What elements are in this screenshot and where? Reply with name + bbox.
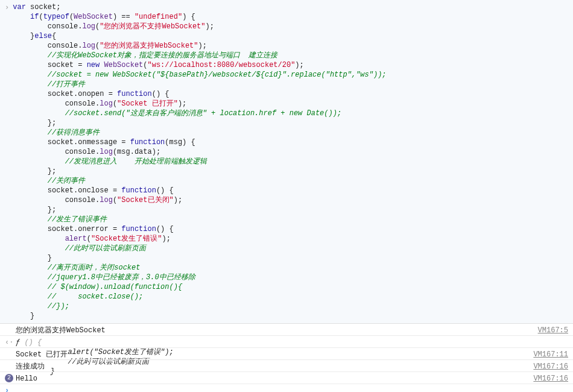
fn-log: log	[100, 100, 113, 108]
string-supported: "您的浏览器支持WebSocket"	[100, 42, 198, 50]
comment-instantiate: //实现化WebSocket对象，指定要连接的服务器地址与端口 建立连接	[48, 51, 278, 60]
keyword-function: function	[121, 186, 156, 195]
keyword-if: if	[30, 13, 39, 21]
prop-onmessage: onmessage	[78, 138, 117, 147]
code-area: var socket; if(typeof(WebSocket) == "und…	[13, 2, 573, 321]
fn-symbol: ƒ	[16, 338, 24, 347]
keyword-typeof: typeof	[43, 13, 69, 21]
comment-msg-event: //获得消息事件	[48, 128, 100, 137]
keyword-function: function	[117, 90, 152, 98]
log-source-link[interactable]: VM167:5	[532, 326, 568, 335]
object-console: console	[48, 22, 78, 31]
keyword-var: var	[13, 3, 26, 11]
keyword-function: function	[130, 138, 165, 147]
comment-unload-3: //});	[48, 302, 69, 311]
console-prompt[interactable]: ›	[0, 384, 573, 392]
comment-socket-alt: //socket = new WebSocket("${basePath}/we…	[48, 71, 387, 79]
log-source-link[interactable]: VM167:16	[527, 362, 568, 371]
string-socket-error: "Socket发生了错误"	[91, 235, 162, 243]
comment-unload-2: // socket.close();	[48, 292, 143, 301]
input-prompt-icon: ›	[5, 2, 9, 12]
identifier-socket: socket	[48, 90, 74, 98]
fn-alert: alert	[65, 235, 87, 243]
string-undefined: "undefined"	[135, 13, 182, 21]
identifier-socket: socket	[48, 186, 74, 195]
devtools-console: › var socket; if(typeof(WebSocket) == "u…	[0, 0, 573, 392]
object-console: console	[48, 42, 78, 50]
log-row[interactable]: 您的浏览器支持WebSocket VM167:5	[0, 324, 573, 336]
prompt-chevron-icon: ›	[5, 386, 9, 392]
object-console: console	[65, 196, 95, 204]
prop-onclose: onclose	[78, 186, 108, 195]
comment-error-event: //发生了错误事件	[48, 215, 107, 224]
log-message: Socket 已打开	[16, 350, 527, 359]
comment-jquery: //jquery1.8中已经被废弃，3.0中已经移除	[48, 273, 195, 282]
prop-onopen: onopen	[78, 90, 104, 98]
param-msg: msg	[169, 138, 183, 147]
object-console: console	[65, 100, 95, 108]
comment-socket-send: //socket.send("这是来自客户端的消息" + location.hr…	[65, 109, 341, 118]
identifier-socket: socket	[48, 138, 74, 147]
string-unsupported: "您的浏览器不支持WebSocket"	[100, 22, 205, 31]
log-row[interactable]: 连接成功 VM167:16	[0, 360, 573, 372]
return-arrow-icon: ‹·	[5, 338, 13, 347]
identifier-socket: socket	[48, 225, 74, 233]
comment-retry: //此时可以尝试刷新页面	[65, 244, 146, 253]
class-websocket: WebSocket	[104, 61, 143, 69]
log-source-link[interactable]: VM167:16	[527, 374, 568, 384]
log-row[interactable]: Socket 已打开 VM167:11	[0, 348, 573, 360]
param-msg: msg	[117, 148, 130, 156]
log-row-return-value[interactable]: ‹· ƒ () { alert("Socket发生了错误"); //此时可以尝试…	[0, 336, 573, 348]
log-row[interactable]: 2 Hello VM167:16	[0, 372, 573, 384]
class-websocket: WebSocket	[74, 13, 113, 21]
log-message: Hello	[16, 374, 527, 384]
fn-log: log	[82, 22, 95, 31]
identifier-socket: socket	[48, 61, 74, 69]
string-socket-open: "Socket 已打开"	[117, 100, 178, 108]
code-input-block[interactable]: › var socket; if(typeof(WebSocket) == "u…	[0, 0, 573, 324]
comment-msg-handle: //发现消息进入 开始处理前端触发逻辑	[65, 157, 207, 166]
identifier-socket: socket	[30, 3, 56, 11]
comment-leave-page: //离开页面时，关闭socket	[48, 264, 141, 272]
fn-log: log	[100, 196, 113, 204]
string-socket-closed: "Socket已关闭"	[117, 196, 174, 204]
fn-log: log	[100, 148, 113, 156]
log-message: 您的浏览器支持WebSocket	[16, 326, 532, 335]
object-console: console	[65, 148, 95, 156]
keyword-function: function	[121, 225, 156, 233]
prop-data: data	[135, 148, 152, 156]
keyword-else: else	[34, 32, 52, 40]
fn-log: log	[82, 42, 95, 50]
log-message: 连接成功	[16, 362, 527, 371]
repeat-count-badge: 2	[5, 374, 13, 382]
prop-onerror: onerror	[78, 225, 108, 233]
comment-open-event: //打开事件	[48, 80, 85, 89]
comment-unload-1: // $(window).unload(function(){	[48, 283, 182, 291]
keyword-new: new	[87, 61, 100, 69]
log-source-link[interactable]: VM167:11	[527, 350, 568, 359]
comment-close-event: //关闭事件	[48, 177, 85, 185]
string-wsurl: "ws://localhost:8080/websocket/20"	[148, 61, 296, 69]
fn-parens: () {	[24, 338, 42, 347]
